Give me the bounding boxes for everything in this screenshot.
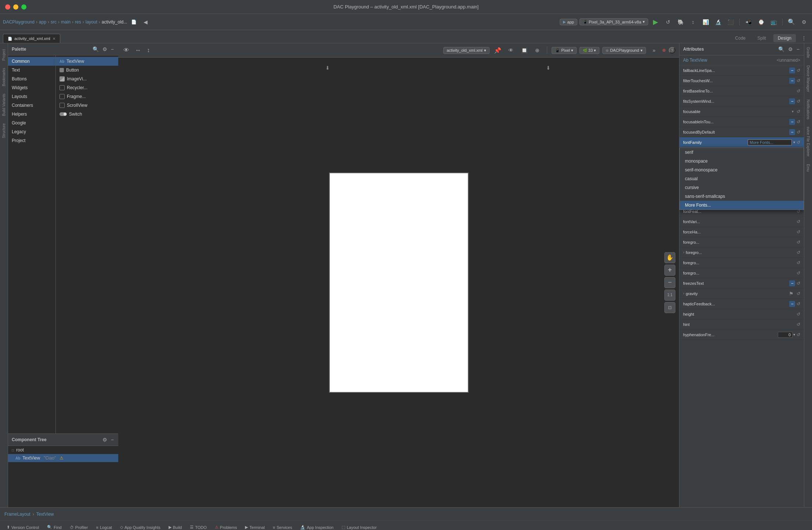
gradle-vtab[interactable]: Gradle xyxy=(805,43,811,62)
attr-minus-focusablein[interactable]: − xyxy=(789,119,795,125)
palette-scrollview[interactable]: ScrollView xyxy=(56,101,118,110)
tree-collapse-btn[interactable]: − xyxy=(110,436,115,443)
tree-root[interactable]: □ root xyxy=(8,446,118,454)
cat-layouts[interactable]: Layouts xyxy=(8,92,55,101)
bookmarks-tab[interactable]: Bookmarks xyxy=(1,65,7,89)
font-serif-monospace[interactable]: serif-monospace xyxy=(680,166,804,174)
attr-row-foregro3[interactable]: foregro... ↺ xyxy=(679,258,804,268)
back-nav-btn[interactable]: ◀ xyxy=(140,17,151,27)
palette-settings-btn[interactable]: ⚙ xyxy=(102,46,108,53)
attr-row-fontfamily[interactable]: fontFamily ▾ ↺ serif monospace serif-mon… xyxy=(679,137,804,148)
attr-minus-fallback[interactable]: − xyxy=(789,68,795,73)
bc-dacplayground[interactable]: DACPlayground xyxy=(3,19,35,25)
palette-recyclerview[interactable]: Recycler... xyxy=(56,83,118,92)
app-quality-btn[interactable]: ◇ App Quality Insights xyxy=(116,524,164,530)
profile-btn[interactable]: 📊 xyxy=(700,17,711,27)
bc-src[interactable]: src xyxy=(51,19,57,25)
canvas-expand-btn[interactable]: ⊕ xyxy=(532,46,542,55)
palette-fragment[interactable]: Fragme... xyxy=(56,92,118,101)
attr-row-focusablein[interactable]: focusableInTou... − ↺ xyxy=(679,117,804,127)
version-control-btn[interactable]: ⬆ Version Control xyxy=(3,524,43,530)
hyphenation-input[interactable] xyxy=(778,332,793,338)
cat-containers[interactable]: Containers xyxy=(8,101,55,110)
logcat-btn[interactable]: ≡ Logcat xyxy=(92,524,115,530)
sync-btn[interactable]: ↕ xyxy=(688,17,698,27)
attr-row-gravity[interactable]: › gravity ⚑ ↺ xyxy=(679,288,804,299)
stop-btn[interactable]: ⬛ xyxy=(725,17,736,27)
attr-minus-fits[interactable]: − xyxy=(789,98,795,104)
tab-close-btn[interactable]: ✕ xyxy=(53,37,55,41)
terminal-btn[interactable]: ▶ Terminal xyxy=(241,524,268,530)
cat-widgets[interactable]: Widgets xyxy=(8,83,55,92)
attr-search-btn[interactable]: 🔍 xyxy=(777,46,785,53)
attr-row-firstbaseline[interactable]: firstBaselineTo... ↺ xyxy=(679,86,804,96)
canvas-eye-btn[interactable]: 👁 xyxy=(506,46,516,55)
attr-collapse-btn[interactable]: − xyxy=(796,46,800,53)
minimize-button[interactable] xyxy=(13,4,18,10)
todo-btn[interactable]: ☰ TODO xyxy=(186,524,210,530)
cat-google[interactable]: Google xyxy=(8,119,55,127)
font-cursive[interactable]: cursive xyxy=(680,183,804,192)
attr-row-filter[interactable]: filterTouchesW... − ↺ xyxy=(679,76,804,86)
palette-textview[interactable]: Ab TextView xyxy=(56,57,118,66)
split-view-btn[interactable]: Split xyxy=(753,34,770,42)
bc-file[interactable]: activity_old... xyxy=(102,19,127,25)
bc-main[interactable]: main xyxy=(61,19,71,25)
attr-row-height[interactable]: height ↺ xyxy=(679,309,804,319)
find-btn[interactable]: 🔍 Find xyxy=(43,524,65,530)
overflow-btn[interactable]: » xyxy=(649,46,659,55)
attr-minus-freezestext[interactable]: − xyxy=(789,280,795,286)
app-inspection-btn[interactable]: 🔬 App Inspection xyxy=(296,524,337,530)
zoom-reset-btn[interactable]: 1:1 xyxy=(664,290,675,301)
attr-row-focusedbydefault[interactable]: focusedByDefault − ↺ xyxy=(679,127,804,137)
attr-row-fontvari[interactable]: fontVari... ↺ xyxy=(679,217,804,227)
coverage-btn[interactable]: 🔬 xyxy=(713,17,723,27)
margin-btn[interactable]: ↕ xyxy=(145,46,151,54)
attr-row-hyphenation[interactable]: hyphenationFre... ▾ ↺ xyxy=(679,330,804,340)
attr-settings-btn[interactable]: ⚙ xyxy=(787,46,794,53)
cat-project[interactable]: Project xyxy=(8,136,55,145)
file-icon-btn[interactable]: 📄 xyxy=(129,17,139,27)
tree-settings-btn[interactable]: ⚙ xyxy=(102,436,108,443)
device-selector[interactable]: 📱 Pixel_3a_API_33_arm64-v8a ▾ xyxy=(580,18,648,25)
build-btn[interactable]: ▶ Build xyxy=(165,524,185,530)
tv-btn[interactable]: 📺 xyxy=(768,17,779,27)
attr-row-focusable[interactable]: focusable ▾ ↺ xyxy=(679,106,804,117)
app-selector[interactable]: ▶ app xyxy=(560,19,577,25)
settings-btn[interactable]: ⚙ xyxy=(799,17,809,27)
cat-common[interactable]: Common xyxy=(8,57,55,66)
fontfamily-input[interactable] xyxy=(748,139,792,145)
search-btn[interactable]: 🔍 xyxy=(786,17,797,27)
arrows-btn[interactable]: ↔ xyxy=(134,46,142,54)
font-monospace[interactable]: monospace xyxy=(680,157,804,166)
bc-textview[interactable]: TextView xyxy=(36,512,54,517)
fontfamily-dropdown-arrow[interactable]: ▾ xyxy=(793,140,795,144)
cat-helpers[interactable]: Helpers xyxy=(8,110,55,119)
api-selector[interactable]: 🌿 33 ▾ xyxy=(580,47,599,54)
window-controls[interactable] xyxy=(5,4,26,10)
bc-res[interactable]: res xyxy=(75,19,81,25)
bc-framelayout[interactable]: FrameLayout xyxy=(4,512,30,517)
design-view-btn[interactable]: Design xyxy=(773,34,796,42)
file-explorer-vtab[interactable]: svice File Explorer xyxy=(805,123,811,160)
attr-minus-filter[interactable]: − xyxy=(789,78,795,84)
rerun-button[interactable]: ↺ xyxy=(663,17,673,27)
palette-search-btn[interactable]: 🔍 xyxy=(92,46,100,53)
bc-layout[interactable]: layout xyxy=(86,19,97,25)
attr-row-hint[interactable]: hint ↺ xyxy=(679,319,804,330)
cat-legacy[interactable]: Legacy xyxy=(8,127,55,136)
layout-file-btn[interactable]: activity_old_xml.xml ▾ xyxy=(443,47,490,54)
hyphenation-dropdown[interactable]: ▾ xyxy=(793,333,795,337)
hand-tool-btn[interactable]: ✋ xyxy=(664,252,675,263)
services-btn[interactable]: ≡ Services xyxy=(269,524,296,530)
cat-text[interactable]: Text xyxy=(8,66,55,75)
cat-buttons[interactable]: Buttons xyxy=(8,75,55,83)
font-sans-serif-smallcaps[interactable]: sans-serif-smallcaps xyxy=(680,192,804,201)
attr-row-freezestext[interactable]: freezesText − ↺ xyxy=(679,278,804,288)
font-casual[interactable]: casual xyxy=(680,174,804,183)
module-btn[interactable]: ⊕ DACPlayground ▾ xyxy=(602,47,646,54)
attr-row-fits[interactable]: fitsSystemWind... − ↺ xyxy=(679,96,804,106)
tree-textview[interactable]: Ab TextView "Ciao" ⚠ xyxy=(8,454,118,462)
notifications-vtab[interactable]: Notifications xyxy=(805,96,811,123)
attr-row-fallback[interactable]: fallbackLineSpa... − ↺ xyxy=(679,65,804,76)
